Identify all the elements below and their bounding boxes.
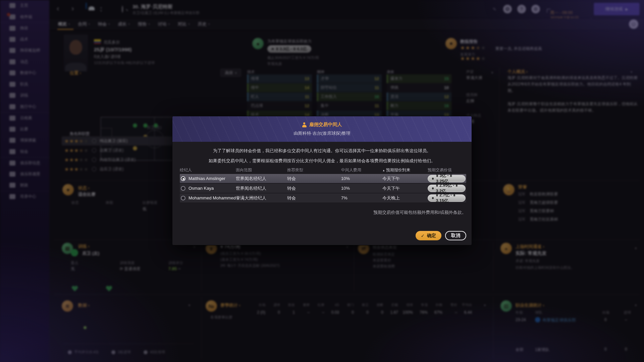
confirm-button[interactable]: ✓ 确定 <box>416 231 441 240</box>
tab[interactable]: 对比 ▾ <box>178 18 190 29</box>
col-value[interactable]: 预期交易价值 <box>428 167 466 173</box>
form-header[interactable]: 数据 › <box>78 302 90 308</box>
sidebar-item[interactable]: 阵容 <box>0 22 49 34</box>
sidebar-item[interactable]: 俱乐部愿景 <box>0 169 49 180</box>
tab[interactable]: 讨论 ▾ <box>158 18 170 29</box>
agent-row[interactable]: Mohammed Mohammed 誉满大洲经纪人 转会 7% 今天晚上 ¥ 2… <box>180 193 466 202</box>
sidebar-item[interactable]: 训练 <box>0 90 49 101</box>
prev-next-stepper[interactable]: ▴ ▾ <box>100 6 102 12</box>
chevron-down-icon[interactable]: ▾ <box>635 303 637 307</box>
stars-full: ★★★ <box>64 147 79 153</box>
sidebar-item-label: 日程表 <box>20 115 32 121</box>
col-type[interactable]: 推荐类型 <box>287 167 341 173</box>
sidebar-item[interactable]: 比赛 <box>0 124 49 135</box>
player-nationality: 厄瓜多尔 <box>104 40 120 45</box>
sidebar-item[interactable]: 培养中心 <box>0 191 49 202</box>
back-arrow-icon[interactable]: ‹ <box>57 5 59 12</box>
tabbar: 概览 ▾ 合同 ▾ 转会 ▾ 成长 ▾ <box>49 18 644 31</box>
chevron-down-icon[interactable]: ▾ <box>194 245 195 249</box>
training-header[interactable]: 训练 › <box>78 243 90 249</box>
sidebar-item[interactable]: 日程表 <box>0 112 49 124</box>
honours-header[interactable]: 荣誉 <box>518 184 527 190</box>
col-arrival-sorted[interactable]: ▲预期报价到来 <box>382 167 428 173</box>
tab[interactable]: 转会 ▾ <box>98 18 110 29</box>
sidebar-item[interactable]: 俱乐部信息 <box>0 157 49 169</box>
tab[interactable]: 历史 ▾ <box>198 18 210 29</box>
radio-button[interactable] <box>181 196 185 200</box>
career-row-team[interactable]: 布莱顿足球俱乐部 <box>535 317 576 323</box>
club-link[interactable]: 布莱顿足球俱乐部 <box>542 318 576 322</box>
player-value-pill: ¥ 3.3亿 - ¥ 4.1亿 <box>267 45 311 53</box>
chevron-down-icon[interactable]: ▾ <box>100 9 102 12</box>
positions-header[interactable]: 位置 › <box>70 70 81 76</box>
sidebar-item[interactable]: 动态 <box>0 56 49 68</box>
honour-count: 冠军 <box>518 192 526 196</box>
playing-time-header[interactable]: 上场时间通道 › <box>516 244 544 250</box>
chevron-down-icon[interactable]: ▾ <box>484 303 486 307</box>
tab[interactable]: 合同 ▾ <box>78 18 90 29</box>
sidebar-item-icon <box>9 116 15 121</box>
chevron-up-icon[interactable]: ▴ <box>100 6 102 9</box>
season-stat-value: 2 (0) <box>251 310 265 315</box>
col-fee[interactable]: 中间人费用 <box>341 167 382 173</box>
awards-icon[interactable]: ✪ <box>503 5 512 13</box>
advanced-dropdown[interactable]: 高级 ▾ <box>220 69 241 77</box>
active-tab-underline <box>57 29 73 30</box>
tab[interactable]: 报告 ▾ <box>138 18 150 29</box>
sidebar-item[interactable]: 主页 <box>0 0 49 11</box>
chevron-down-icon[interactable]: ▾ <box>189 303 190 307</box>
agent-type: 转会 <box>287 185 341 191</box>
agent-person-icon <box>302 122 307 127</box>
agent-name: Osman Kaya <box>189 186 214 191</box>
tab[interactable]: 概览 ▾ <box>58 18 70 29</box>
attribute-bar <box>317 93 318 101</box>
career-stats-header[interactable]: 职业生涯统计 › <box>516 302 544 308</box>
tab[interactable]: 成长 ▾ <box>118 18 130 29</box>
agent-name-cell: Osman Kaya <box>180 186 236 191</box>
forward-arrow-icon[interactable]: › <box>71 5 74 12</box>
col-agent[interactable]: 经纪人 <box>180 167 236 173</box>
agent-row[interactable]: Osman Kaya 世界闻名经纪人 转会 10% 今天下午 ¥ 2.95亿 -… <box>180 184 466 193</box>
radio-button[interactable] <box>181 186 185 191</box>
sidebar-item-label: 动态 <box>20 59 28 65</box>
attribute-row: 集中 11 <box>317 102 382 110</box>
club-badge-icon[interactable] <box>86 2 87 9</box>
continue-button[interactable]: 继续游戏 ▶ <box>594 3 640 15</box>
stars-full: ★★★ <box>460 45 476 51</box>
search-icon[interactable] <box>122 6 123 13</box>
agent-row[interactable]: Matthias Amslinger 世界闻名经纪人 转会 10% 今天下午 ¥… <box>180 174 466 183</box>
player-mood-icon[interactable]: ☺ <box>629 19 638 29</box>
role-label: 纯边翼卫 (策应) <box>100 138 127 144</box>
chevron-down-icon[interactable]: ▾ <box>631 70 632 74</box>
sidebar-item[interactable]: 医疗中心 <box>0 101 49 113</box>
chevron-down-icon[interactable]: ▾ <box>346 245 348 249</box>
sidebar-item[interactable]: 职员 <box>0 79 49 90</box>
sidebar-item[interactable]: 财政 <box>0 180 49 191</box>
attribute-bar <box>317 74 318 83</box>
attr-group-mental: 精神 <box>317 69 324 74</box>
chevron-down-icon[interactable]: ▾ <box>491 71 493 74</box>
sidebar-item[interactable]: 收件箱 <box>0 11 49 23</box>
attribute-row: 工作投入 16 <box>317 93 382 101</box>
chevron-down-icon[interactable]: ▾ <box>635 246 637 250</box>
condition-header[interactable]: 状态 › <box>78 185 90 191</box>
sidebar-item[interactable]: 数据中心 <box>0 67 49 79</box>
attribute-bar <box>317 102 318 110</box>
sidebar-item[interactable]: 转会 <box>0 146 49 158</box>
attribute-bar <box>317 83 318 92</box>
radio-button[interactable] <box>181 176 185 181</box>
sidebar-item-label: 球探搜索 <box>20 137 36 143</box>
profile-header[interactable]: 个人概况 › <box>507 69 528 75</box>
edit-icon[interactable]: ✎ <box>493 7 496 12</box>
col-scope[interactable]: 面向范围 <box>236 167 287 173</box>
roles-header: 角色和职责 <box>70 131 90 137</box>
sidebar-item[interactable]: 阵容规划师 <box>0 45 49 56</box>
cancel-button[interactable]: 取消 <box>445 231 466 240</box>
sidebar-item[interactable]: 球探搜索 <box>0 135 49 146</box>
training-focus-label: 重点 <box>71 260 78 265</box>
settings-gear-icon[interactable]: ⚙ <box>531 5 540 13</box>
sidebar-item[interactable]: 战术 <box>0 34 49 45</box>
season-stat-col: 平均分 <box>457 303 472 307</box>
career-col-goals: 进球 <box>624 310 631 315</box>
help-icon[interactable]: ? <box>517 5 526 13</box>
